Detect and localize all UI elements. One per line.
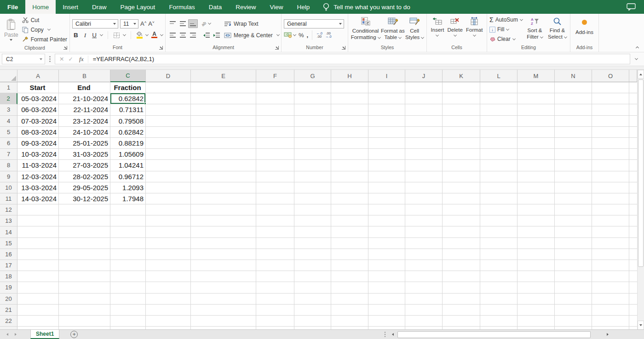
cell-E12[interactable] <box>191 204 256 215</box>
borders-dropdown[interactable] <box>123 33 126 36</box>
cell-I21[interactable] <box>368 305 405 316</box>
cell-A21[interactable] <box>17 305 59 316</box>
align-left-button[interactable] <box>168 31 178 40</box>
cell-F6[interactable] <box>256 138 294 149</box>
cell-G20[interactable] <box>294 294 331 305</box>
cell-H22[interactable] <box>331 316 368 327</box>
comma-style-button[interactable]: , <box>307 32 309 39</box>
cell-O9[interactable] <box>592 171 629 182</box>
cell-A10[interactable]: 13-03-2024 <box>17 182 59 193</box>
cell-O7[interactable] <box>592 149 629 160</box>
cell-K18[interactable] <box>443 271 480 282</box>
cell-E18[interactable] <box>191 271 256 282</box>
cell-G7[interactable] <box>294 149 331 160</box>
cell-A9[interactable]: 12-03-2024 <box>17 171 59 182</box>
cell-N19[interactable] <box>555 282 592 293</box>
cell-I7[interactable] <box>368 149 405 160</box>
cell-M3[interactable] <box>518 104 555 115</box>
formula-input-box[interactable]: ✕ ✓ fx =YEARFRAC(A2,B2,1) <box>55 54 630 64</box>
cell-J10[interactable] <box>405 182 443 193</box>
comment-icon[interactable] <box>627 3 636 11</box>
cell-I1[interactable] <box>368 82 405 93</box>
clear-dropdown[interactable] <box>512 37 516 40</box>
row-header-14[interactable]: 14 <box>0 226 17 237</box>
cell-N20[interactable] <box>555 294 592 305</box>
cell-B7[interactable]: 31-03-2025 <box>59 149 110 160</box>
cell-C12[interactable] <box>110 204 146 215</box>
cell-F5[interactable] <box>256 127 294 138</box>
cell-L16[interactable] <box>480 249 518 260</box>
cell-M11[interactable] <box>518 193 555 204</box>
cell-A6[interactable]: 09-03-2024 <box>17 138 59 149</box>
horizontal-scroll-track[interactable] <box>396 331 604 339</box>
accounting-format-dropdown[interactable] <box>293 33 296 36</box>
cell-B3[interactable]: 22-11-2024 <box>59 104 110 115</box>
cell-C9[interactable]: 0.96712 <box>110 171 146 182</box>
insert-cells-button[interactable]: Insert <box>431 15 444 44</box>
fill-dropdown[interactable] <box>506 27 509 30</box>
cell-A3[interactable]: 06-03-2024 <box>17 104 59 115</box>
cell-F19[interactable] <box>256 282 294 293</box>
column-header-L[interactable]: L <box>480 70 518 82</box>
format-as-table-button[interactable]: Format as Table <box>381 15 405 44</box>
cell-L8[interactable] <box>480 160 518 171</box>
cell-I17[interactable] <box>368 260 405 271</box>
cell-O4[interactable] <box>592 116 629 127</box>
cell-L19[interactable] <box>480 282 518 293</box>
tab-draw[interactable]: Draw <box>85 0 114 14</box>
cell-D19[interactable] <box>146 282 191 293</box>
cell-E19[interactable] <box>191 282 256 293</box>
cell-C10[interactable]: 1.2093 <box>110 182 146 193</box>
cell-styles-button[interactable]: Cell Styles <box>405 15 424 44</box>
cell-N7[interactable] <box>555 149 592 160</box>
cell-G6[interactable] <box>294 138 331 149</box>
cell-L2[interactable] <box>480 93 518 104</box>
row-header-13[interactable]: 13 <box>0 215 17 226</box>
cell-K19[interactable] <box>443 282 480 293</box>
cell-O16[interactable] <box>592 249 629 260</box>
copy-button[interactable]: Copy <box>22 25 67 34</box>
merge-center-dropdown[interactable] <box>276 33 280 36</box>
cell-J15[interactable] <box>405 238 443 249</box>
cell-I11[interactable] <box>368 193 405 204</box>
decrease-indent-button[interactable] <box>201 31 211 40</box>
cell-K1[interactable] <box>443 82 480 93</box>
cell-F2[interactable] <box>256 93 294 104</box>
column-header-D[interactable]: D <box>146 70 191 82</box>
cell-I19[interactable] <box>368 282 405 293</box>
cell-B9[interactable]: 28-02-2025 <box>59 171 110 182</box>
bottom-align-button[interactable] <box>188 19 198 28</box>
vertical-scroll-thumb[interactable] <box>638 79 644 267</box>
cell-D8[interactable] <box>146 160 191 171</box>
cell-J4[interactable] <box>405 116 443 127</box>
cell-A22[interactable] <box>17 316 59 327</box>
cell-M6[interactable] <box>518 138 555 149</box>
cell-G9[interactable] <box>294 171 331 182</box>
cell-J6[interactable] <box>405 138 443 149</box>
cell-D9[interactable] <box>146 171 191 182</box>
cell-C1[interactable]: Fraction <box>110 82 146 93</box>
row-header-9[interactable]: 9 <box>0 171 17 182</box>
cell-E5[interactable] <box>191 127 256 138</box>
cell-C15[interactable] <box>110 238 146 249</box>
conditional-formatting-button[interactable]: Conditional Formatting <box>351 15 380 44</box>
cell-M20[interactable] <box>518 294 555 305</box>
cell-K9[interactable] <box>443 171 480 182</box>
cell-M14[interactable] <box>518 226 555 237</box>
cell-D13[interactable] <box>146 215 191 226</box>
cell-C19[interactable] <box>110 282 146 293</box>
cell-F7[interactable] <box>256 149 294 160</box>
cell-C22[interactable] <box>110 316 146 327</box>
cell-H20[interactable] <box>331 294 368 305</box>
cell-L10[interactable] <box>480 182 518 193</box>
cell-O2[interactable] <box>592 93 629 104</box>
cell-I5[interactable] <box>368 127 405 138</box>
cell-C11[interactable]: 1.7948 <box>110 193 146 204</box>
row-header-10[interactable]: 10 <box>0 182 17 193</box>
cell-B20[interactable] <box>59 294 110 305</box>
cell-I9[interactable] <box>368 171 405 182</box>
cell-O13[interactable] <box>592 215 629 226</box>
tell-me-box[interactable]: Tell me what you want to do <box>323 0 410 14</box>
cell-L13[interactable] <box>480 215 518 226</box>
cell-G18[interactable] <box>294 271 331 282</box>
